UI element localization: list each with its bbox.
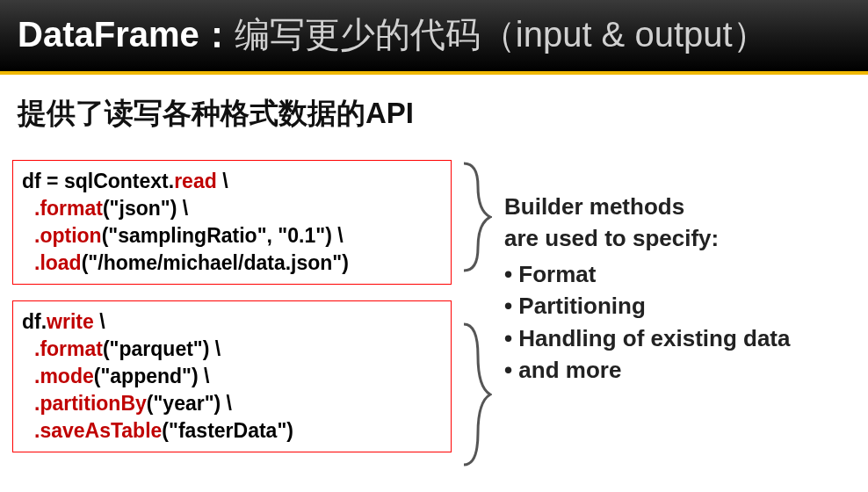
title-bold: DataFrame： [18, 15, 235, 54]
content-area: df = sqlContext.read \ .format("json") \… [0, 160, 868, 468]
code-block-write: df.write \ .format("parquet") \ .mode("a… [12, 300, 452, 452]
list-item: and more [504, 354, 850, 386]
list-item: Handling of existing data [504, 322, 850, 354]
list-item: Format [504, 258, 850, 290]
code-line: .option("samplingRatio", "0.1") \ [22, 222, 442, 250]
code-block-read: df = sqlContext.read \ .format("json") \… [12, 160, 452, 285]
code-line: .partitionBy("year") \ [22, 390, 442, 417]
brace-column [460, 160, 495, 468]
code-column: df = sqlContext.read \ .format("json") \… [12, 160, 452, 468]
brace-icon [460, 160, 492, 274]
slide-header: DataFrame：编写更少的代码（input & output） [0, 0, 868, 75]
code-line: .mode("append") \ [22, 363, 442, 390]
code-line: .format("json") \ [22, 195, 442, 222]
code-line: .saveAsTable("fasterData") [22, 417, 442, 445]
info-lead: Builder methods [504, 191, 850, 222]
subtitle: 提供了读写各种格式数据的API [18, 94, 868, 134]
code-line: df.write \ [22, 308, 442, 336]
info-list: Format Partitioning Handling of existing… [504, 258, 850, 387]
code-line: .load("/home/michael/data.json") [22, 250, 442, 277]
list-item: Partitioning [504, 290, 850, 322]
code-line: .format("parquet") \ [22, 336, 442, 363]
title-rest: 编写更少的代码（input & output） [235, 15, 768, 54]
code-line: df = sqlContext.read \ [22, 168, 442, 195]
info-panel: Builder methods are used to specify: For… [504, 160, 850, 468]
brace-icon [460, 321, 492, 468]
info-lead: are used to specify: [504, 222, 850, 254]
